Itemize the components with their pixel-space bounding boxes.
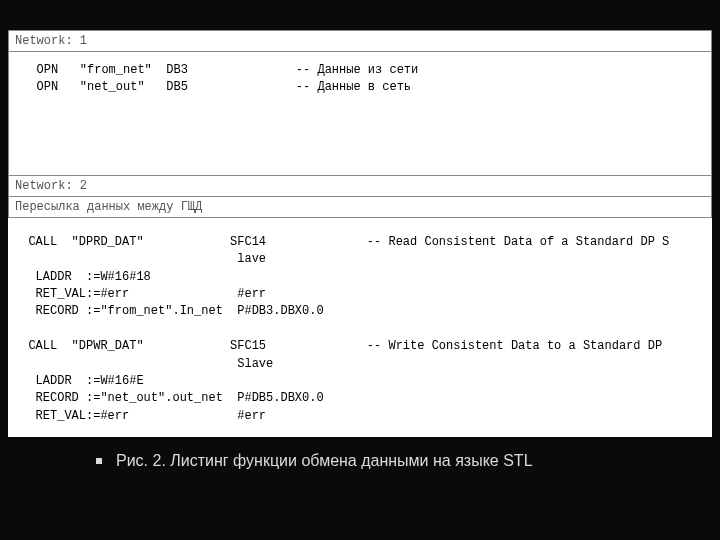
network-1-header: Network: 1 xyxy=(9,31,711,52)
network-1-code: OPN "from_net" DB3 -- Данные из сети OPN… xyxy=(9,52,711,115)
network-2-header: Network: 2 xyxy=(9,175,711,197)
figure-caption-bar: Рис. 2. Листинг функции обмена данными н… xyxy=(0,437,720,500)
bullet-icon xyxy=(96,458,102,464)
network-1-block: Network: 1 OPN "from_net" DB3 -- Данные … xyxy=(8,30,712,218)
figure-caption: Рис. 2. Листинг функции обмена данными н… xyxy=(116,452,533,469)
network-2-code: CALL "DPRD_DAT" SFC14 -- Read Consistent… xyxy=(8,218,712,437)
network-2-subheader: Пересылка данных между ГЩД xyxy=(9,197,711,217)
blank-spacer xyxy=(9,115,711,175)
